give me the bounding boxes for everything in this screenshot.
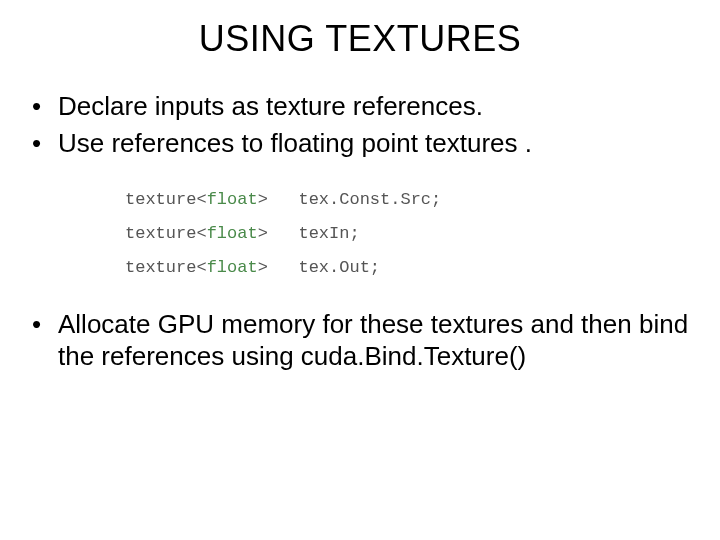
bullet-list-top: Declare inputs as texture references. Us… xyxy=(0,90,720,159)
code-text: texture< xyxy=(125,258,207,277)
code-keyword: float xyxy=(207,258,258,277)
slide: USING TEXTURES Declare inputs as texture… xyxy=(0,0,720,540)
code-text: > tex.Out; xyxy=(258,258,380,277)
code-line: texture<float> tex.Const.Src; xyxy=(125,183,720,217)
code-block: texture<float> tex.Const.Src; texture<fl… xyxy=(125,183,720,285)
code-text: > texIn; xyxy=(258,224,360,243)
bullet-list-bottom: Allocate GPU memory for these textures a… xyxy=(0,309,720,372)
bullet-item: Declare inputs as texture references. xyxy=(58,90,690,123)
code-text: > tex.Const.Src; xyxy=(258,190,442,209)
code-text: texture< xyxy=(125,190,207,209)
code-line: texture<float> tex.Out; xyxy=(125,251,720,285)
code-line: texture<float> texIn; xyxy=(125,217,720,251)
bullet-item: Allocate GPU memory for these textures a… xyxy=(58,309,690,372)
bullet-item: Use references to floating point texture… xyxy=(58,127,690,160)
slide-title: USING TEXTURES xyxy=(0,0,720,60)
code-keyword: float xyxy=(207,190,258,209)
code-keyword: float xyxy=(207,224,258,243)
code-text: texture< xyxy=(125,224,207,243)
